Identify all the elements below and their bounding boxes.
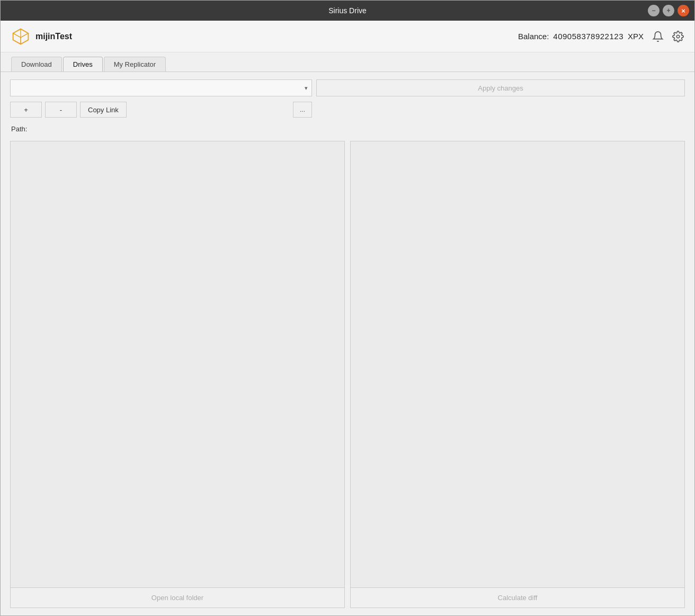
header-right: Balance: 409058378922123 XPX bbox=[518, 31, 684, 42]
close-button[interactable]: × bbox=[678, 5, 689, 16]
left-actions: + - Copy Link ... bbox=[10, 102, 312, 118]
app-logo-icon bbox=[11, 27, 30, 46]
path-label: Path: bbox=[11, 125, 27, 133]
main-content: ▾ Apply changes + - Copy Link ... Path: bbox=[1, 72, 694, 615]
svg-point-3 bbox=[676, 35, 680, 38]
balance-currency: XPX bbox=[628, 32, 644, 41]
drive-select[interactable] bbox=[10, 79, 312, 96]
window-controls: − + × bbox=[648, 5, 689, 16]
calculate-diff-button[interactable]: Calculate diff bbox=[351, 588, 684, 608]
balance-label: Balance: bbox=[518, 32, 549, 41]
window-title: Sirius Drive bbox=[328, 6, 367, 15]
svg-line-1 bbox=[13, 33, 21, 37]
app-window: Sirius Drive − + × mijinTest Balance: 40… bbox=[0, 0, 695, 616]
tab-bar: Download Drives My Replicator bbox=[1, 52, 694, 72]
gear-icon bbox=[672, 31, 684, 42]
toolbar-row: ▾ Apply changes bbox=[10, 79, 685, 96]
path-row: Path: bbox=[10, 123, 685, 136]
action-row: + - Copy Link ... bbox=[10, 102, 685, 118]
tab-drives[interactable]: Drives bbox=[63, 57, 103, 72]
settings-button[interactable] bbox=[672, 31, 684, 42]
right-panel: Calculate diff bbox=[350, 141, 685, 608]
tab-my-replicator[interactable]: My Replicator bbox=[104, 57, 166, 72]
remove-button[interactable]: - bbox=[45, 102, 77, 118]
left-panel: Open local folder bbox=[10, 141, 345, 608]
maximize-button[interactable]: + bbox=[663, 5, 674, 16]
add-button[interactable]: + bbox=[10, 102, 42, 118]
app-header: mijinTest Balance: 409058378922123 XPX bbox=[1, 21, 694, 52]
drive-select-wrapper: ▾ bbox=[10, 79, 312, 96]
title-bar: Sirius Drive − + × bbox=[1, 1, 694, 21]
copy-link-button[interactable]: Copy Link bbox=[80, 102, 127, 118]
balance-value: 409058378922123 bbox=[553, 32, 623, 41]
minimize-button[interactable]: − bbox=[648, 5, 660, 16]
svg-line-2 bbox=[21, 33, 28, 37]
more-options-button[interactable]: ... bbox=[293, 102, 312, 118]
bell-icon bbox=[652, 31, 664, 42]
balance-area: Balance: 409058378922123 XPX bbox=[518, 32, 644, 41]
logo-area: mijinTest bbox=[11, 27, 72, 46]
left-panel-footer: Open local folder bbox=[11, 587, 344, 608]
tab-download[interactable]: Download bbox=[11, 57, 62, 72]
app-name: mijinTest bbox=[35, 32, 72, 41]
right-panel-content bbox=[351, 141, 684, 587]
notifications-button[interactable] bbox=[652, 31, 664, 42]
apply-changes-button[interactable]: Apply changes bbox=[316, 79, 685, 96]
right-panel-footer: Calculate diff bbox=[351, 587, 684, 608]
panels-row: Open local folder Calculate diff bbox=[10, 141, 685, 608]
left-panel-content bbox=[11, 141, 344, 587]
open-local-folder-button[interactable]: Open local folder bbox=[11, 588, 344, 608]
